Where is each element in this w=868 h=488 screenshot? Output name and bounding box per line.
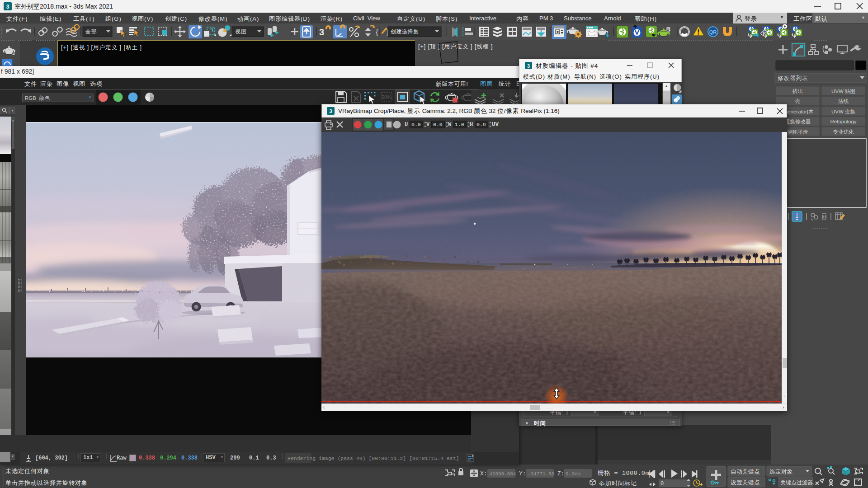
svg-text:全部: 全部 xyxy=(85,28,97,35)
svg-text:视图: 视图 xyxy=(235,28,247,35)
svg-text:Retopology: Retopology xyxy=(830,119,856,124)
svg-text:UVW 贴图: UVW 贴图 xyxy=(831,89,855,94)
svg-text:3: 3 xyxy=(319,27,324,37)
svg-text:未选定任何对象: 未选定任何对象 xyxy=(5,468,50,474)
svg-text:关键点过滤器..: 关键点过滤器.. xyxy=(780,479,816,486)
svg-text:UVW 变换: UVW 变换 xyxy=(831,109,855,114)
svg-text:置换修改器: 置换修改器 xyxy=(785,119,811,124)
svg-text:自动关键点: 自动关键点 xyxy=(731,469,760,475)
svg-text:X:: X: xyxy=(480,470,487,477)
svg-text:挤出: 挤出 xyxy=(792,89,803,94)
svg-text:创建选择集: 创建选择集 xyxy=(390,28,419,35)
svg-text:设置关键点: 设置关键点 xyxy=(731,479,760,486)
svg-text:栅格 = 1000.0mm: 栅格 = 1000.0mm xyxy=(597,469,653,477)
svg-text:3: 3 xyxy=(329,108,332,114)
svg-text:专业优化: 专业优化 xyxy=(833,129,854,135)
svg-text:Z:: Z: xyxy=(557,470,565,477)
svg-text:法线: 法线 xyxy=(838,99,849,104)
svg-text:3: 3 xyxy=(527,63,530,69)
svg-text:0: 0 xyxy=(660,481,664,487)
svg-text:修改器列表: 修改器列表 xyxy=(778,75,808,81)
svg-text:-34771.50: -34771.50 xyxy=(528,471,554,477)
svg-text:涡轮平滑: 涡轮平滑 xyxy=(788,129,808,135)
svg-text:42890.664: 42890.664 xyxy=(489,471,516,477)
svg-text:{: { xyxy=(376,28,378,37)
svg-text:忝加时间标记: 忝加时间标记 xyxy=(599,480,637,487)
svg-text:3: 3 xyxy=(6,4,9,10)
svg-text:单击并拖动以选择并旋转对象: 单击并拖动以选择并旋转对象 xyxy=(5,479,88,486)
svg-text:壳: 壳 xyxy=(795,99,801,104)
svg-text:50%: 50% xyxy=(382,94,392,100)
svg-text:QR: QR xyxy=(709,29,717,35)
svg-text:选定对象: 选定对象 xyxy=(769,469,793,475)
svg-text:0.0mm: 0.0mm xyxy=(566,471,580,477)
svg-text:Y:: Y: xyxy=(519,470,526,477)
